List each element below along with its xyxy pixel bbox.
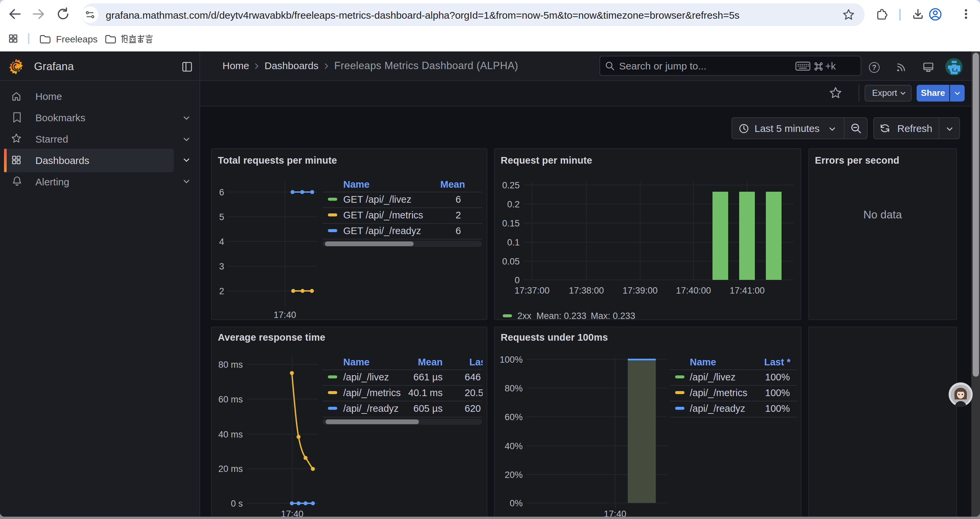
svg-text:20 ms: 20 ms [218,464,243,474]
svg-text:4: 4 [219,237,224,247]
svg-text:0.2: 0.2 [507,200,520,209]
svg-text:17:40: 17:40 [274,310,296,320]
svg-text:0%: 0% [510,498,523,508]
svg-text:60%: 60% [505,412,523,422]
svg-text:40 ms: 40 ms [218,430,243,439]
svg-text:0.25: 0.25 [502,180,520,190]
svg-text:2xx: 2xx [517,311,532,320]
svg-text:5: 5 [219,212,224,222]
svg-text:40%: 40% [505,441,523,451]
svg-text:3: 3 [219,262,224,271]
svg-text:Max: 0.233: Max: 0.233 [591,311,635,320]
svg-text:2: 2 [219,286,224,296]
svg-text:6: 6 [219,187,224,197]
svg-text:17:38:00: 17:38:00 [569,286,604,295]
svg-text:17:37:00: 17:37:00 [514,286,549,295]
svg-text:17:40: 17:40 [281,509,304,517]
svg-text:60 ms: 60 ms [218,394,243,404]
svg-text:100%: 100% [500,355,523,365]
svg-text:0: 0 [515,275,520,285]
svg-text:Mean: 0.233: Mean: 0.233 [536,311,586,320]
svg-text:17:40: 17:40 [604,509,627,517]
svg-text:0.1: 0.1 [507,238,520,248]
svg-text:0 s: 0 s [231,498,243,509]
svg-text:17:41:00: 17:41:00 [730,286,765,295]
svg-text:80 ms: 80 ms [218,360,243,370]
svg-text:17:39:00: 17:39:00 [622,286,657,295]
svg-text:0.15: 0.15 [502,219,520,228]
svg-text:20%: 20% [505,470,523,480]
svg-text:80%: 80% [505,383,523,393]
svg-text:0.05: 0.05 [502,257,520,267]
svg-text:17:40:00: 17:40:00 [676,286,711,295]
